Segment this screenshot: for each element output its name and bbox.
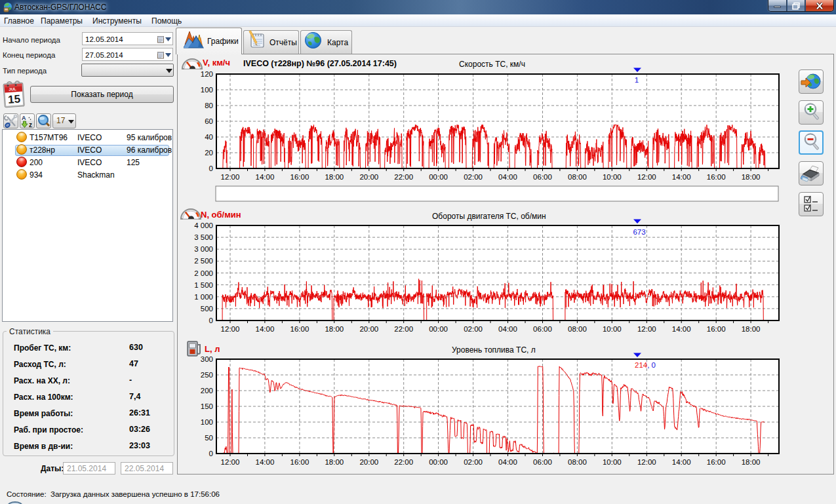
svg-text:16:00: 16:00: [290, 325, 309, 333]
svg-text:04:00: 04:00: [498, 458, 517, 466]
svg-text:08:00: 08:00: [568, 458, 587, 466]
svg-text:0: 0: [209, 317, 213, 324]
svg-text:0: 0: [209, 450, 213, 457]
svg-text:14:00: 14:00: [672, 173, 691, 181]
svg-text:02:00: 02:00: [464, 458, 483, 466]
svg-text:18:00: 18:00: [742, 325, 761, 333]
svg-text:500: 500: [201, 305, 213, 313]
svg-text:40: 40: [205, 133, 213, 141]
svg-text:250: 250: [201, 371, 213, 379]
svg-text:1 500: 1 500: [194, 281, 213, 289]
svg-text:12:00: 12:00: [221, 173, 240, 181]
svg-text:4 000: 4 000: [194, 222, 213, 229]
svg-text:00:00: 00:00: [429, 458, 448, 466]
svg-text:14:00: 14:00: [256, 325, 275, 333]
svg-text:20:00: 20:00: [359, 173, 378, 181]
svg-text:10:00: 10:00: [603, 458, 622, 466]
svg-text:3 000: 3 000: [194, 245, 213, 253]
svg-text:08:00: 08:00: [568, 325, 587, 333]
svg-text:50: 50: [205, 434, 213, 442]
svg-text:1: 1: [635, 76, 639, 84]
svg-text:22:00: 22:00: [394, 458, 413, 466]
svg-text:100: 100: [201, 86, 213, 94]
svg-text:18:00: 18:00: [742, 173, 761, 181]
svg-text:00:00: 00:00: [429, 173, 448, 181]
svg-text:14:00: 14:00: [672, 458, 691, 466]
svg-text:14:00: 14:00: [256, 458, 275, 466]
svg-text:16:00: 16:00: [290, 173, 309, 181]
svg-text:22:00: 22:00: [394, 325, 413, 333]
svg-text:20:00: 20:00: [359, 458, 378, 466]
svg-text:02:00: 02:00: [464, 325, 483, 333]
svg-text:18:00: 18:00: [742, 458, 761, 466]
svg-text:10:00: 10:00: [603, 325, 622, 333]
svg-text:14:00: 14:00: [256, 173, 275, 181]
svg-text:06:00: 06:00: [533, 458, 552, 466]
svg-text:12:00: 12:00: [221, 458, 240, 466]
svg-text:100: 100: [201, 418, 213, 426]
svg-text:06:00: 06:00: [533, 325, 552, 333]
svg-text:150: 150: [201, 402, 213, 410]
svg-text:14:00: 14:00: [672, 325, 691, 333]
svg-text:20: 20: [205, 149, 213, 157]
svg-text:10:00: 10:00: [603, 173, 622, 181]
svg-text:120: 120: [201, 70, 213, 78]
svg-text:12:00: 12:00: [637, 173, 656, 181]
svg-text:12:00: 12:00: [637, 325, 656, 333]
svg-text:22:00: 22:00: [394, 173, 413, 181]
svg-text:16:00: 16:00: [707, 173, 726, 181]
svg-text:04:00: 04:00: [498, 173, 517, 181]
svg-text:02:00: 02:00: [464, 173, 483, 181]
svg-text:3 500: 3 500: [194, 233, 213, 241]
svg-text:20:00: 20:00: [359, 325, 378, 333]
svg-text:673: 673: [633, 228, 645, 236]
svg-text:1 000: 1 000: [194, 293, 213, 301]
svg-text:60: 60: [205, 117, 213, 125]
svg-text:80: 80: [205, 102, 213, 109]
svg-text:16:00: 16:00: [707, 325, 726, 333]
svg-text:04:00: 04:00: [498, 325, 517, 333]
svg-text:2 500: 2 500: [194, 257, 213, 265]
svg-text:2 000: 2 000: [194, 269, 213, 277]
svg-text:18:00: 18:00: [325, 325, 344, 333]
svg-text:16:00: 16:00: [290, 458, 309, 466]
svg-text:18:00: 18:00: [325, 173, 344, 181]
svg-text:300: 300: [201, 355, 213, 363]
svg-text:12:00: 12:00: [637, 458, 656, 466]
svg-text:12:00: 12:00: [221, 325, 240, 333]
svg-text:0: 0: [209, 165, 213, 172]
svg-text:00:00: 00:00: [429, 325, 448, 333]
svg-text:18:00: 18:00: [325, 458, 344, 466]
svg-text:16:00: 16:00: [707, 458, 726, 466]
svg-text:200: 200: [201, 387, 213, 395]
svg-text:08:00: 08:00: [568, 173, 587, 181]
svg-text:214, 0: 214, 0: [635, 361, 656, 369]
svg-text:06:00: 06:00: [533, 173, 552, 181]
